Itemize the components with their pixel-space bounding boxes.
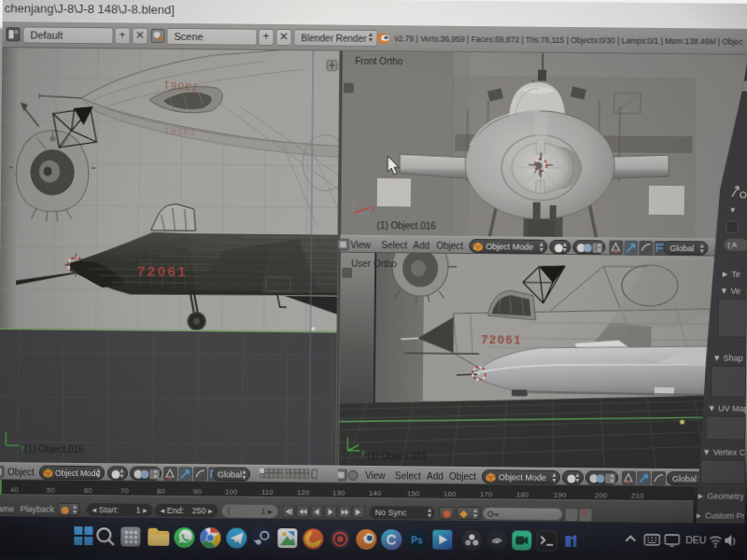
svg-text:y: y bbox=[361, 449, 365, 456]
svg-text:x: x bbox=[372, 205, 375, 212]
svg-text:73061: 73061 bbox=[162, 126, 196, 137]
svg-text:72061: 72061 bbox=[137, 263, 188, 280]
svg-text:(1) Object.016: (1) Object.016 bbox=[24, 443, 84, 455]
svg-text:(1) Object.016: (1) Object.016 bbox=[377, 220, 437, 231]
svg-text:DEU: DEU bbox=[685, 534, 706, 545]
svg-text:Front Ortho: Front Ortho bbox=[355, 56, 403, 66]
svg-text:Ps: Ps bbox=[411, 535, 423, 545]
svg-text:User Ortho: User Ortho bbox=[351, 259, 397, 269]
svg-text:(1) Object.016: (1) Object.016 bbox=[367, 451, 427, 462]
svg-text:72061: 72061 bbox=[481, 333, 522, 346]
